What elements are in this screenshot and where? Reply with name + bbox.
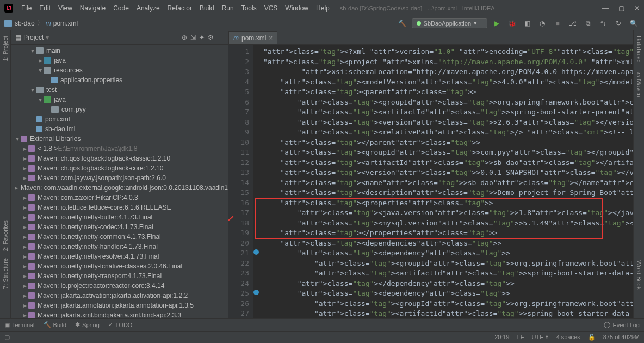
tree-item[interactable]: ▸Maven: io.netty:netty-codec:4.1.73.Fina… <box>11 222 228 232</box>
menu-run[interactable]: Run <box>218 4 238 12</box>
left-tool-strip: 1: Project 2: Favorites 7: Structure <box>0 30 11 318</box>
line-separator[interactable]: LF <box>517 334 524 341</box>
tree-item[interactable]: ▾External Libraries <box>11 134 228 144</box>
minimize-icon[interactable]: — <box>602 4 609 12</box>
tree-item[interactable]: application.properties <box>11 75 228 85</box>
app-icon: IJ <box>4 4 13 13</box>
project-tree[interactable]: ▾main▸java▾resourcesapplication.properti… <box>11 45 228 318</box>
menu-help[interactable]: Help <box>312 4 333 12</box>
wordbook-tool-button[interactable]: Word Book <box>636 260 642 290</box>
right-tool-strip: Database m Maven Word Book <box>633 30 644 318</box>
menu-build[interactable]: Build <box>196 4 218 12</box>
settings-icon[interactable]: ⚙ <box>208 34 214 41</box>
caret-position[interactable]: 20:19 <box>494 334 510 341</box>
memory-indicator[interactable]: 875 of 4029M <box>603 334 640 341</box>
tree-item[interactable]: ▸Maven: ch.qos.logback:logback-core:1.2.… <box>11 163 228 173</box>
structure-icon[interactable]: ⧉ <box>582 17 594 29</box>
tree-item[interactable]: ▸Maven: io.netty:netty-tcnative-classes:… <box>11 261 228 271</box>
terminal-tab[interactable]: ▣ Terminal <box>4 321 35 328</box>
stop-button[interactable]: ■ <box>552 17 564 29</box>
build-tab[interactable]: 🔨 Build <box>44 321 66 328</box>
tab-pom-xml[interactable]: m pom.xml × <box>228 31 277 44</box>
search-everywhere-icon[interactable]: 🔍 <box>628 17 640 29</box>
readonly-icon[interactable]: 🔓 <box>588 334 596 341</box>
indent-info[interactable]: 4 spaces <box>556 334 580 341</box>
tree-item[interactable]: ▾java <box>11 95 228 105</box>
tree-item[interactable]: ▸Maven: io.netty:netty-buffer:4.1.73.Fin… <box>11 212 228 222</box>
tree-item[interactable]: ▾main <box>11 46 228 56</box>
project-tool-button[interactable]: 1: Project <box>2 36 9 61</box>
run-config-select[interactable]: SbDaoApplication ▾ <box>412 18 487 28</box>
menu-code[interactable]: Code <box>109 4 133 12</box>
file-encoding[interactable]: UTF-8 <box>532 334 549 341</box>
updates-icon[interactable]: ↻ <box>612 17 624 29</box>
tree-item[interactable]: ▸Maven: com.jayway.jsonpath:json-path:2.… <box>11 173 228 183</box>
maximize-icon[interactable]: ▢ <box>618 4 624 12</box>
tree-item[interactable]: ▾resources <box>11 65 228 75</box>
spring-tab[interactable]: ✱ Spring <box>75 321 100 328</box>
panel-header: ▤ Project ▾ ⊕ ⇲ ✦ ⚙ — <box>11 30 228 45</box>
tree-item[interactable]: ▸Maven: com.zaxxer:HikariCP:4.0.3 <box>11 193 228 203</box>
breadcrumb-project[interactable]: sb-dao <box>15 20 35 27</box>
coverage-button[interactable]: ◧ <box>521 17 533 29</box>
tree-item[interactable]: ▸Maven: jakarta.xml.bind:jakarta.xml.bin… <box>11 310 228 318</box>
menu-tools[interactable]: Tools <box>238 4 261 12</box>
status-icon[interactable]: ▢ <box>4 334 10 341</box>
code-editor[interactable]: 1234567891011121314151617181920212223242… <box>228 45 633 318</box>
tree-item[interactable]: ▸Maven: io.netty:netty-common:4.1.73.Fin… <box>11 232 228 242</box>
menu-edit[interactable]: Edit <box>35 4 54 12</box>
status-bar: ▢ 20:19 LF UTF-8 4 spaces 🔓 875 of 4029M <box>0 331 644 343</box>
window-title: sb-dao [D:\SpringCode\sb-dao] - ...\pom.… <box>340 5 495 11</box>
maven-file-icon: m <box>233 34 239 42</box>
tree-item[interactable]: sb-dao.iml <box>11 124 228 134</box>
tree-item[interactable]: ▸Maven: io.netty:netty-transport:4.1.73.… <box>11 271 228 281</box>
menu-file[interactable]: File <box>17 4 35 12</box>
menu-refactor[interactable]: Refactor <box>164 4 196 12</box>
expand-all-icon[interactable]: ⇲ <box>190 34 196 41</box>
collapse-all-icon[interactable]: ✦ <box>199 34 205 41</box>
maven-tool-button[interactable]: m Maven <box>636 72 642 97</box>
database-tool-button[interactable]: Database <box>636 36 642 62</box>
debug-button[interactable]: 🐞 <box>506 17 518 29</box>
tree-item[interactable]: pom.xml <box>11 114 228 124</box>
menu-window[interactable]: Window <box>281 4 312 12</box>
tree-item[interactable]: ▸Maven: jakarta.annotation:jakarta.annot… <box>11 301 228 310</box>
menu-view[interactable]: View <box>54 4 76 12</box>
close-icon[interactable]: ✕ <box>634 4 640 12</box>
bottom-tool-tabs: ▣ Terminal 🔨 Build ✱ Spring ✓ TODO ◯ Eve… <box>0 318 644 331</box>
tree-item[interactable]: com.pyy <box>11 105 228 114</box>
tree-item[interactable]: ▸Maven: io.lettuce:lettuce-core:6.1.6.RE… <box>11 203 228 212</box>
gutter-mark-icon[interactable] <box>253 249 259 255</box>
run-button[interactable]: ▶ <box>491 17 503 29</box>
tree-item[interactable]: ▾test <box>11 85 228 95</box>
tree-item[interactable]: ▸Maven: io.netty:netty-resolver:4.1.73.F… <box>11 252 228 261</box>
git-button[interactable]: ⎇ <box>567 17 579 29</box>
tree-item[interactable]: ▸Maven: io.netty:netty-handler:4.1.73.Fi… <box>11 242 228 252</box>
code-content[interactable]: "attr">class="tag"><?xml "attr">version=… <box>253 45 633 318</box>
tree-item[interactable]: ▸Maven: com.vaadin.external.google:andro… <box>11 183 228 193</box>
tree-item[interactable]: ▸Maven: jakarta.activation:jakarta.activ… <box>11 291 228 301</box>
structure-tool-button[interactable]: 7: Structure <box>2 258 9 289</box>
tree-item[interactable]: ▸java <box>11 56 228 65</box>
panel-title: Project <box>23 34 44 41</box>
breadcrumb-file[interactable]: pom.xml <box>53 20 78 27</box>
editor-tabs: m pom.xml × <box>228 30 633 45</box>
select-opened-icon[interactable]: ⊕ <box>182 34 187 41</box>
menu-analyze[interactable]: Analyze <box>133 4 164 12</box>
menu-vcs[interactable]: VCS <box>261 4 282 12</box>
dropdown-icon[interactable]: ▾ <box>46 34 49 41</box>
menu-navigate[interactable]: Navigate <box>76 4 109 12</box>
tree-item[interactable]: ▸Maven: io.projectreactor:reactor-core:3… <box>11 281 228 291</box>
close-tab-icon[interactable]: × <box>269 34 273 42</box>
title-bar: IJ FileEditViewNavigateCodeAnalyzeRefact… <box>0 0 644 16</box>
favorites-tool-button[interactable]: 2: Favorites <box>2 220 9 251</box>
tree-item[interactable]: ▸Maven: ch.qos.logback:logback-classic:1… <box>11 154 228 163</box>
gutter-mark-icon[interactable] <box>253 290 259 295</box>
build-icon[interactable]: 🔨 <box>397 17 408 29</box>
hide-icon[interactable]: — <box>217 34 224 41</box>
todo-tab[interactable]: ✓ TODO <box>108 321 133 328</box>
profile-button[interactable]: ◔ <box>536 17 548 29</box>
tree-item[interactable]: ▸< 1.8 > E:\Environment\Java\jdk1.8 <box>11 144 228 154</box>
search-icon[interactable]: ᴬ↓ <box>597 17 609 29</box>
event-log-button[interactable]: ◯ Event Log <box>604 321 640 328</box>
